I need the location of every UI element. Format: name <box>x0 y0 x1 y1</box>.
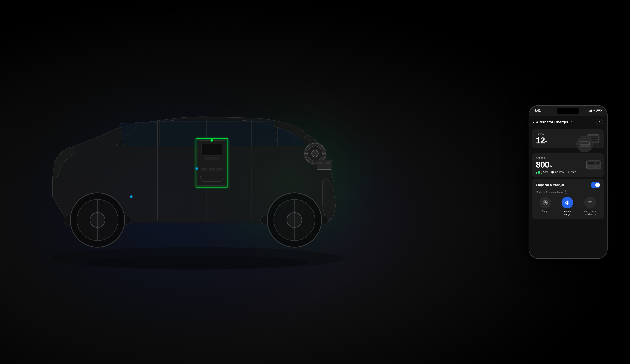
status-time: 9:41 <box>534 109 540 113</box>
svg-rect-42 <box>216 169 222 171</box>
back-button[interactable]: ‹ <box>533 120 534 124</box>
svg-rect-63 <box>584 145 586 146</box>
maintenance-mode-icon <box>584 197 596 208</box>
mode-label-text: Modo de funcionamiento <box>536 191 562 194</box>
phone-frame: 9:41 ▾ <box>529 105 608 259</box>
signal-bar-4 <box>592 110 592 112</box>
charge-bars-icon <box>536 171 542 174</box>
svg-rect-33 <box>319 162 322 164</box>
car-illustration-area <box>0 0 412 364</box>
time-remaining: 07H28M <box>555 171 564 174</box>
toggle-row: Empezar a trabajar <box>536 182 600 188</box>
invert-mode-icon <box>562 197 573 208</box>
svg-rect-68 <box>592 166 594 168</box>
svg-point-73 <box>545 202 546 203</box>
battery-value: 12 <box>536 136 545 145</box>
svg-point-29 <box>312 150 318 157</box>
svg-rect-40 <box>202 169 207 171</box>
thermometer-icon: 🌡 <box>568 171 570 174</box>
page-title: Alternator Charger <box>536 120 568 124</box>
svg-rect-69 <box>597 166 600 168</box>
temp-stat: 🌡 33°C <box>568 171 576 174</box>
mode-btn-maintenance[interactable]: Mantenimiento de la batería <box>584 197 596 216</box>
svg-rect-64 <box>586 145 589 146</box>
svg-rect-62 <box>580 145 583 146</box>
time-stat: 🕐 07H28M <box>551 171 564 174</box>
svg-point-50 <box>130 195 132 198</box>
phone-content: ‹ Alternator Charger 〜 ⊙ Batería 12 v <box>529 116 607 258</box>
svg-rect-76 <box>589 201 590 202</box>
delta-card: DELTA 2 800 w <box>532 153 604 177</box>
toggle-switch[interactable] <box>590 182 600 188</box>
svg-rect-61 <box>580 142 589 144</box>
location-icon[interactable]: ⊙ <box>596 119 603 125</box>
svg-rect-67 <box>588 166 590 168</box>
svg-rect-70 <box>588 162 594 164</box>
nav-left: ‹ Alternator Charger 〜 <box>533 120 573 124</box>
nav-header: ‹ Alternator Charger 〜 ⊙ <box>529 116 607 128</box>
toggle-thumb <box>595 183 600 187</box>
signal-bar-3 <box>590 110 591 112</box>
svg-rect-38 <box>202 144 222 155</box>
charge-mode-icon <box>540 197 551 208</box>
toggle-label: Empezar a trabajar <box>536 183 564 187</box>
invert-mode-label: Invertir carga <box>561 210 574 216</box>
delta-unit: w <box>550 164 552 168</box>
phone-wrapper: 9:41 ▾ <box>529 105 608 259</box>
svg-rect-34 <box>326 162 330 164</box>
wifi-connected-icon: 〜 <box>570 120 573 124</box>
svg-rect-41 <box>209 169 215 171</box>
delta-image <box>586 159 601 171</box>
wifi-status-icon: ▾ <box>594 109 595 112</box>
mode-buttons: Cargar <box>536 197 600 216</box>
svg-rect-79 <box>590 202 592 203</box>
status-icons: ▾ <box>588 109 602 112</box>
signal-bar-2 <box>590 110 590 112</box>
charge-percent: 55% <box>543 171 548 174</box>
charge-stat: 55% <box>536 171 548 174</box>
charge-mode-label: Cargar <box>542 210 549 213</box>
svg-rect-57 <box>589 137 598 137</box>
signal-bars-icon <box>588 110 592 112</box>
dynamic-island <box>557 108 580 114</box>
mode-help-icon[interactable]: ? <box>564 190 568 194</box>
mode-btn-invert[interactable]: Invertir carga <box>561 197 574 216</box>
delta-stats: 55% 🕐 07H28M 🌡 33°C <box>536 171 600 174</box>
svg-rect-56 <box>596 134 598 135</box>
svg-rect-77 <box>590 201 591 202</box>
svg-point-26 <box>84 256 310 269</box>
cards-container: Batería 12 v <box>529 128 607 221</box>
svg-rect-78 <box>589 202 590 203</box>
svg-point-71 <box>596 162 599 164</box>
clock-icon: 🕐 <box>551 171 554 174</box>
mode-label-row: Modo de funcionamiento ? <box>536 190 600 194</box>
svg-point-52 <box>211 139 213 142</box>
work-toggle-card: Empezar a trabajar Modo de funcionamient… <box>532 179 604 219</box>
battery-status-icon <box>596 110 602 112</box>
mode-btn-charge[interactable]: Cargar <box>540 197 551 216</box>
car-svg <box>0 0 412 364</box>
temperature: 33°C <box>571 171 576 174</box>
signal-bar-1 <box>588 111 589 112</box>
delta-value: 800 <box>536 160 549 169</box>
svg-point-51 <box>196 167 198 170</box>
svg-rect-39 <box>204 157 220 160</box>
svg-rect-55 <box>589 134 592 135</box>
circular-device-preview <box>576 136 593 152</box>
battery-unit: v <box>545 139 547 144</box>
maintenance-mode-label: Mantenimiento de la batería <box>584 210 596 216</box>
battery-card: Batería 12 v <box>532 129 604 148</box>
